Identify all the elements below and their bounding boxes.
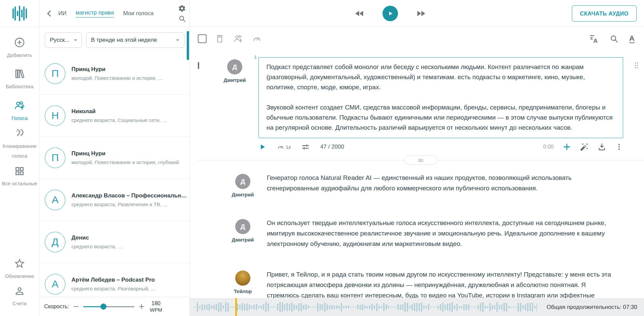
waveform-bar	[230, 307, 231, 308]
voice-list-item[interactable]: П Принц Нури молодой, Повествование и ис…	[39, 53, 189, 95]
rewind-icon[interactable]	[354, 8, 365, 19]
select-all-checkbox[interactable]	[198, 34, 207, 43]
search-text-icon[interactable]	[610, 34, 618, 43]
sidebar-item-accounts[interactable]: Счета	[0, 285, 39, 308]
toolbar-right: xA A	[589, 34, 635, 44]
voice-list-item[interactable]: Д Денис среднего возраста, …	[39, 221, 189, 263]
voice-list-item[interactable]: А Артём Лебедев – Podcast Pro среднего в…	[39, 263, 189, 297]
search-icon[interactable]	[178, 15, 186, 23]
voice-list-scrollbar[interactable]	[187, 31, 189, 60]
change-voice-icon[interactable]	[233, 33, 244, 44]
waveform[interactable]	[190, 298, 537, 316]
speaker-avatar[interactable]: Д	[235, 174, 250, 189]
waveform-bar	[480, 303, 481, 311]
sidebar-item-upgrade[interactable]: Обновление	[0, 257, 39, 281]
waveform-bar	[298, 303, 300, 311]
sidebar-item-label: Добавлять	[7, 51, 32, 60]
voice-list-item[interactable]: А Александр Власов – Профессиональн… сре…	[39, 179, 189, 221]
sidebar-item-voice-cloning[interactable]: Клонирование голоса	[0, 127, 39, 161]
sidebar-item-label: Клонирование голоса	[0, 141, 39, 161]
block-checkbox[interactable]	[198, 62, 199, 69]
tab-ai[interactable]: ИИ	[58, 10, 66, 17]
waveform-bar	[416, 303, 418, 312]
sidebar-item-voices[interactable]: Голоса	[0, 99, 39, 123]
delete-icon[interactable]	[215, 34, 225, 44]
speaker-column[interactable]: Тейлор	[223, 268, 263, 298]
add-block-icon[interactable]	[562, 143, 571, 151]
waveform-bar	[487, 306, 488, 308]
waveform-bar	[423, 305, 425, 309]
speaker-avatar[interactable]: Д	[235, 219, 250, 234]
speaker-avatar-photo[interactable]	[235, 271, 250, 286]
block-rate[interactable]: 1x	[277, 143, 291, 151]
translate-icon[interactable]: xA	[589, 34, 599, 44]
playhead-marker[interactable]	[235, 298, 237, 316]
waveform-bar	[268, 303, 269, 311]
waveform-bar	[411, 304, 413, 311]
waveform-bar	[381, 306, 382, 309]
voice-avatar: П	[45, 63, 65, 84]
format-text-icon[interactable]: A	[629, 35, 635, 43]
speaker-avatar[interactable]: Д	[227, 59, 242, 74]
paragraph: Звуковой контент создает СМИ, средства м…	[266, 102, 615, 133]
waveform-bar	[478, 305, 479, 309]
waveform-bar	[291, 302, 293, 312]
speed-decrease-icon[interactable]	[72, 303, 80, 310]
timeline-footer: Общая продолжительность: 07:30	[190, 298, 644, 316]
pause-duration-pill[interactable]: 0с	[404, 156, 437, 165]
waveform-bar	[454, 305, 455, 309]
drag-handle-icon[interactable]	[634, 61, 639, 138]
download-audio-button[interactable]: СКАЧАТЬ АУДИО	[572, 5, 637, 22]
waveform-bar	[496, 302, 498, 312]
script-content: Д Дмитрий 1 Подкаст представляет собой м…	[190, 51, 644, 298]
language-dropdown[interactable]: Русск...	[45, 32, 82, 48]
waveform-bar	[482, 302, 484, 312]
block-play-icon[interactable]	[258, 143, 267, 151]
speaker-column[interactable]: Д Дмитрий	[215, 57, 254, 138]
speed-slider-thumb[interactable]	[100, 304, 106, 310]
enhance-wand-icon[interactable]	[580, 143, 589, 151]
waveform-bar	[407, 303, 408, 312]
speed-slider[interactable]	[83, 304, 134, 310]
back-icon[interactable]	[45, 9, 54, 18]
fast-forward-icon[interactable]	[416, 8, 426, 19]
waveform-bar	[315, 307, 316, 308]
speaker-column[interactable]: Д Дмитрий	[223, 172, 263, 197]
trend-dropdown[interactable]: В тренде на этой неделе	[86, 32, 185, 48]
speed-gauge-icon[interactable]	[252, 34, 262, 44]
voice-list-item[interactable]: П Принц Нури молодой, Повествование и ис…	[39, 137, 189, 179]
voice-list-item[interactable]: Н Николай среднего возраста, Социальные …	[39, 95, 189, 137]
download-block-icon[interactable]	[597, 143, 606, 151]
sidebar-item-library[interactable]: Библиотека	[0, 68, 39, 91]
speaker-name: Дмитрий	[232, 237, 254, 243]
app-logo[interactable]	[0, 0, 39, 27]
block-text[interactable]: Привет, я Тейлор, и я рада стать твоим н…	[267, 268, 615, 298]
waveform-bar	[270, 307, 271, 308]
text-editor-box[interactable]: Подкаст представляет собой монолог или б…	[258, 57, 623, 138]
block-text[interactable]: Генератор голоса Natural Reader AI — еди…	[267, 172, 615, 197]
waveform-bar	[449, 303, 451, 311]
speed-increase-icon[interactable]	[138, 303, 145, 310]
sidebar-item-add[interactable]: Добавлять	[0, 36, 39, 60]
waveform-bar	[532, 303, 533, 312]
waveform-bar	[473, 307, 474, 308]
more-options-icon[interactable]	[615, 143, 623, 151]
gear-icon[interactable]	[178, 4, 186, 12]
tune-icon[interactable]	[301, 143, 310, 152]
block-controls: 1x 47 / 2000 0:00	[258, 138, 623, 156]
sidebar-item-all-others[interactable]: Все остальные	[0, 165, 39, 188]
waveform-bar	[383, 303, 385, 311]
block-text[interactable]: Он использует твердые интеллектуальные г…	[267, 217, 615, 249]
waveform-bar	[246, 303, 248, 311]
waveform-bar	[218, 302, 219, 312]
voice-tabs: ИИ магистр права Мои голоса	[58, 9, 154, 18]
tab-llm[interactable]: магистр права	[75, 9, 114, 18]
speaker-column[interactable]: Д Дмитрий	[223, 217, 263, 249]
waveform-bar	[442, 303, 443, 312]
waveform-bar	[204, 305, 205, 310]
waveform-bar	[513, 307, 514, 308]
play-button[interactable]	[382, 6, 398, 21]
voice-panel-header: ИИ магистр права Мои голоса	[39, 0, 189, 27]
waveform-bar	[345, 306, 347, 309]
tab-my-voices[interactable]: Мои голоса	[123, 10, 153, 17]
